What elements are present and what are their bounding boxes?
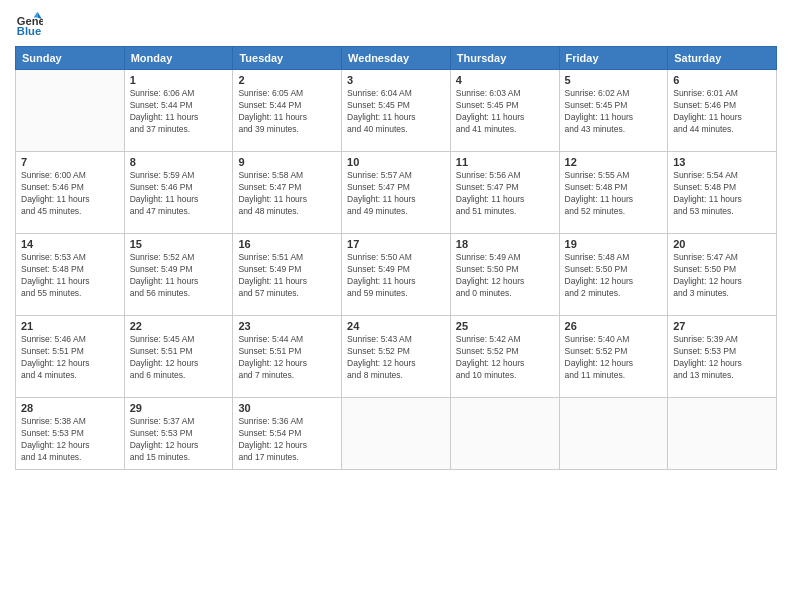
day-number: 29 [130, 402, 228, 414]
calendar-cell: 15Sunrise: 5:52 AM Sunset: 5:49 PM Dayli… [124, 234, 233, 316]
calendar-cell: 10Sunrise: 5:57 AM Sunset: 5:47 PM Dayli… [342, 152, 451, 234]
day-number: 2 [238, 74, 336, 86]
calendar-cell: 29Sunrise: 5:37 AM Sunset: 5:53 PM Dayli… [124, 398, 233, 470]
weekday-header-monday: Monday [124, 47, 233, 70]
calendar-cell [16, 70, 125, 152]
day-number: 28 [21, 402, 119, 414]
calendar-cell: 8Sunrise: 5:59 AM Sunset: 5:46 PM Daylig… [124, 152, 233, 234]
logo-icon: General Blue [15, 10, 43, 38]
day-info: Sunrise: 6:01 AM Sunset: 5:46 PM Dayligh… [673, 88, 771, 136]
day-info: Sunrise: 5:36 AM Sunset: 5:54 PM Dayligh… [238, 416, 336, 464]
day-info: Sunrise: 5:40 AM Sunset: 5:52 PM Dayligh… [565, 334, 663, 382]
calendar-cell: 24Sunrise: 5:43 AM Sunset: 5:52 PM Dayli… [342, 316, 451, 398]
weekday-header-friday: Friday [559, 47, 668, 70]
week-row-3: 14Sunrise: 5:53 AM Sunset: 5:48 PM Dayli… [16, 234, 777, 316]
day-info: Sunrise: 5:43 AM Sunset: 5:52 PM Dayligh… [347, 334, 445, 382]
day-number: 24 [347, 320, 445, 332]
day-info: Sunrise: 5:45 AM Sunset: 5:51 PM Dayligh… [130, 334, 228, 382]
day-info: Sunrise: 5:44 AM Sunset: 5:51 PM Dayligh… [238, 334, 336, 382]
calendar-cell: 11Sunrise: 5:56 AM Sunset: 5:47 PM Dayli… [450, 152, 559, 234]
day-number: 1 [130, 74, 228, 86]
day-info: Sunrise: 6:03 AM Sunset: 5:45 PM Dayligh… [456, 88, 554, 136]
week-row-2: 7Sunrise: 6:00 AM Sunset: 5:46 PM Daylig… [16, 152, 777, 234]
day-number: 10 [347, 156, 445, 168]
day-number: 15 [130, 238, 228, 250]
weekday-header-saturday: Saturday [668, 47, 777, 70]
logo: General Blue [15, 10, 47, 38]
day-number: 7 [21, 156, 119, 168]
calendar-cell: 30Sunrise: 5:36 AM Sunset: 5:54 PM Dayli… [233, 398, 342, 470]
day-info: Sunrise: 6:02 AM Sunset: 5:45 PM Dayligh… [565, 88, 663, 136]
calendar-cell: 3Sunrise: 6:04 AM Sunset: 5:45 PM Daylig… [342, 70, 451, 152]
day-info: Sunrise: 5:55 AM Sunset: 5:48 PM Dayligh… [565, 170, 663, 218]
calendar-cell [342, 398, 451, 470]
svg-text:Blue: Blue [17, 25, 41, 37]
calendar-cell: 20Sunrise: 5:47 AM Sunset: 5:50 PM Dayli… [668, 234, 777, 316]
calendar-cell: 4Sunrise: 6:03 AM Sunset: 5:45 PM Daylig… [450, 70, 559, 152]
day-info: Sunrise: 5:38 AM Sunset: 5:53 PM Dayligh… [21, 416, 119, 464]
weekday-header-sunday: Sunday [16, 47, 125, 70]
day-number: 23 [238, 320, 336, 332]
day-number: 30 [238, 402, 336, 414]
calendar-cell: 13Sunrise: 5:54 AM Sunset: 5:48 PM Dayli… [668, 152, 777, 234]
day-number: 20 [673, 238, 771, 250]
day-info: Sunrise: 5:48 AM Sunset: 5:50 PM Dayligh… [565, 252, 663, 300]
calendar-cell: 16Sunrise: 5:51 AM Sunset: 5:49 PM Dayli… [233, 234, 342, 316]
calendar-cell [668, 398, 777, 470]
day-number: 22 [130, 320, 228, 332]
calendar-cell [559, 398, 668, 470]
weekday-header-thursday: Thursday [450, 47, 559, 70]
day-info: Sunrise: 5:50 AM Sunset: 5:49 PM Dayligh… [347, 252, 445, 300]
calendar-cell: 27Sunrise: 5:39 AM Sunset: 5:53 PM Dayli… [668, 316, 777, 398]
day-info: Sunrise: 5:47 AM Sunset: 5:50 PM Dayligh… [673, 252, 771, 300]
day-info: Sunrise: 5:42 AM Sunset: 5:52 PM Dayligh… [456, 334, 554, 382]
day-info: Sunrise: 5:56 AM Sunset: 5:47 PM Dayligh… [456, 170, 554, 218]
day-info: Sunrise: 5:52 AM Sunset: 5:49 PM Dayligh… [130, 252, 228, 300]
day-number: 9 [238, 156, 336, 168]
day-number: 27 [673, 320, 771, 332]
day-number: 21 [21, 320, 119, 332]
day-number: 18 [456, 238, 554, 250]
day-number: 5 [565, 74, 663, 86]
day-number: 14 [21, 238, 119, 250]
calendar-cell: 9Sunrise: 5:58 AM Sunset: 5:47 PM Daylig… [233, 152, 342, 234]
day-info: Sunrise: 5:59 AM Sunset: 5:46 PM Dayligh… [130, 170, 228, 218]
day-number: 25 [456, 320, 554, 332]
calendar-cell: 12Sunrise: 5:55 AM Sunset: 5:48 PM Dayli… [559, 152, 668, 234]
calendar-cell: 2Sunrise: 6:05 AM Sunset: 5:44 PM Daylig… [233, 70, 342, 152]
weekday-header-tuesday: Tuesday [233, 47, 342, 70]
calendar-cell: 23Sunrise: 5:44 AM Sunset: 5:51 PM Dayli… [233, 316, 342, 398]
day-info: Sunrise: 5:39 AM Sunset: 5:53 PM Dayligh… [673, 334, 771, 382]
calendar-cell: 19Sunrise: 5:48 AM Sunset: 5:50 PM Dayli… [559, 234, 668, 316]
day-number: 12 [565, 156, 663, 168]
week-row-4: 21Sunrise: 5:46 AM Sunset: 5:51 PM Dayli… [16, 316, 777, 398]
day-info: Sunrise: 5:54 AM Sunset: 5:48 PM Dayligh… [673, 170, 771, 218]
calendar-cell: 25Sunrise: 5:42 AM Sunset: 5:52 PM Dayli… [450, 316, 559, 398]
week-row-5: 28Sunrise: 5:38 AM Sunset: 5:53 PM Dayli… [16, 398, 777, 470]
day-info: Sunrise: 5:37 AM Sunset: 5:53 PM Dayligh… [130, 416, 228, 464]
day-number: 13 [673, 156, 771, 168]
calendar-cell: 14Sunrise: 5:53 AM Sunset: 5:48 PM Dayli… [16, 234, 125, 316]
day-info: Sunrise: 5:58 AM Sunset: 5:47 PM Dayligh… [238, 170, 336, 218]
calendar-cell: 26Sunrise: 5:40 AM Sunset: 5:52 PM Dayli… [559, 316, 668, 398]
calendar-cell: 6Sunrise: 6:01 AM Sunset: 5:46 PM Daylig… [668, 70, 777, 152]
calendar-cell: 7Sunrise: 6:00 AM Sunset: 5:46 PM Daylig… [16, 152, 125, 234]
week-row-1: 1Sunrise: 6:06 AM Sunset: 5:44 PM Daylig… [16, 70, 777, 152]
calendar-cell: 1Sunrise: 6:06 AM Sunset: 5:44 PM Daylig… [124, 70, 233, 152]
day-number: 19 [565, 238, 663, 250]
day-number: 16 [238, 238, 336, 250]
day-info: Sunrise: 5:49 AM Sunset: 5:50 PM Dayligh… [456, 252, 554, 300]
day-info: Sunrise: 6:05 AM Sunset: 5:44 PM Dayligh… [238, 88, 336, 136]
day-number: 11 [456, 156, 554, 168]
day-info: Sunrise: 5:51 AM Sunset: 5:49 PM Dayligh… [238, 252, 336, 300]
day-number: 3 [347, 74, 445, 86]
day-number: 8 [130, 156, 228, 168]
weekday-header-row: SundayMondayTuesdayWednesdayThursdayFrid… [16, 47, 777, 70]
calendar-cell [450, 398, 559, 470]
day-info: Sunrise: 6:00 AM Sunset: 5:46 PM Dayligh… [21, 170, 119, 218]
calendar-cell: 28Sunrise: 5:38 AM Sunset: 5:53 PM Dayli… [16, 398, 125, 470]
weekday-header-wednesday: Wednesday [342, 47, 451, 70]
calendar-table: SundayMondayTuesdayWednesdayThursdayFrid… [15, 46, 777, 470]
page-header: General Blue [15, 10, 777, 38]
day-info: Sunrise: 5:53 AM Sunset: 5:48 PM Dayligh… [21, 252, 119, 300]
